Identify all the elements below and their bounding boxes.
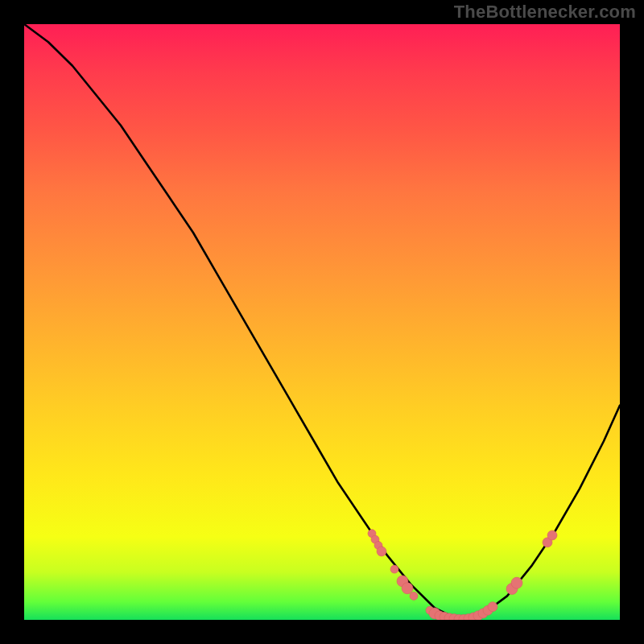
plot-area — [24, 24, 620, 620]
data-point-marker — [410, 592, 418, 600]
chart-frame: TheBottlenecker.com — [0, 0, 644, 644]
chart-svg — [24, 24, 620, 620]
data-point-marker — [402, 583, 413, 594]
data-point-marker — [511, 577, 522, 588]
watermark-text: TheBottlenecker.com — [454, 2, 636, 23]
data-point-marker — [377, 547, 386, 556]
data-point-marker — [547, 530, 557, 540]
data-point-marker — [390, 565, 398, 573]
data-point-marker — [488, 602, 497, 612]
bottleneck-curve — [24, 24, 620, 620]
marker-layer — [368, 530, 557, 620]
